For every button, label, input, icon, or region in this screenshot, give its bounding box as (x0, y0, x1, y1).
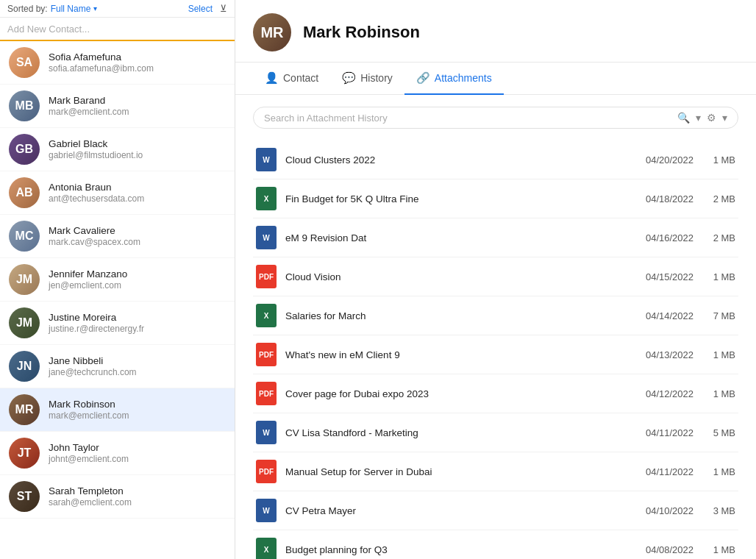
attachment-row[interactable]: W CV Lisa Standford - Marketing 04/11/20… (253, 413, 738, 452)
avatar: MR (9, 394, 40, 425)
file-name: Fin Budget for 5K Q Ultra Fine (285, 193, 618, 204)
contact-email: mark@emclient.com (49, 410, 226, 421)
file-date: 04/12/2022 (627, 388, 693, 399)
attachment-search-input[interactable] (264, 113, 671, 124)
file-date: 04/14/2022 (627, 310, 693, 321)
attachment-row[interactable]: X Salaries for March 04/14/2022 7 MB (253, 296, 738, 335)
avatar: MC (9, 221, 40, 252)
select-button[interactable]: Select (188, 4, 213, 14)
attachment-row[interactable]: PDF Cover page for Dubai expo 2023 04/12… (253, 374, 738, 413)
settings-icon[interactable]: ⚙ (707, 112, 716, 124)
contact-email: jen@emclient.com (49, 280, 226, 291)
file-size: 1 MB (702, 466, 735, 477)
attachment-row[interactable]: X Budget planning for Q3 04/08/2022 1 MB (253, 530, 738, 559)
contact-email: mark@emclient.com (49, 107, 226, 117)
avatar: GB (9, 134, 40, 165)
add-contact-input[interactable] (7, 24, 227, 35)
file-name: Manual Setup for Server in Dubai (285, 466, 618, 477)
contact-item[interactable]: AB Antonia Braun ant@techusersdata.com (0, 171, 235, 215)
contact-item[interactable]: JN Jane Nibbeli jane@techcrunch.com (0, 345, 235, 388)
profile-avatar: MR (253, 13, 291, 51)
contact-email: justine.r@directenergy.fr (49, 324, 226, 334)
file-size: 1 MB (702, 349, 735, 360)
file-size: 2 MB (702, 193, 735, 204)
file-name: eM 9 Revision Dat (285, 232, 618, 243)
tab-attachments[interactable]: 🔗 Attachments (404, 63, 504, 95)
profile-name: Mark Robinson (303, 23, 420, 42)
contact-item[interactable]: MB Mark Barand mark@emclient.com (0, 85, 235, 128)
file-type-icon: X (256, 304, 277, 327)
attachment-row[interactable]: PDF Cloud Vision 04/15/2022 1 MB (253, 257, 738, 296)
tab-contact[interactable]: 👤 Contact (253, 63, 330, 95)
avatar-initials: AB (15, 186, 32, 199)
contact-email: sarah@emclient.com (49, 497, 226, 508)
attachment-row[interactable]: W Cloud Clusters 2022 04/20/2022 1 MB (253, 140, 738, 179)
contact-email: gabriel@filmstudioent.io (49, 150, 226, 160)
attachment-row[interactable]: X Fin Budget for 5K Q Ultra Fine 04/18/2… (253, 179, 738, 218)
avatar: JN (9, 351, 40, 382)
file-name: Cover page for Dubai expo 2023 (285, 388, 618, 399)
attachment-row[interactable]: PDF What's new in eM Client 9 04/13/2022… (253, 335, 738, 374)
contact-name: Jane Nibbeli (49, 355, 226, 366)
contact-name: Jennifer Manzano (49, 268, 226, 280)
contact-item[interactable]: MR Mark Robinson mark@emclient.com (0, 388, 235, 432)
contact-item[interactable]: ST Sarah Templeton sarah@emclient.com (0, 475, 235, 519)
search-bar (0, 18, 235, 41)
contact-info: Justine Moreira justine.r@directenergy.f… (49, 312, 226, 334)
contact-item[interactable]: MC Mark Cavaliere mark.cav@spacex.com (0, 215, 235, 258)
attachment-row[interactable]: PDF Manual Setup for Server in Dubai 04/… (253, 452, 738, 491)
contact-name: Mark Barand (49, 95, 226, 106)
file-size: 1 MB (702, 271, 735, 282)
attachment-row[interactable]: W CV Petra Mayer 04/10/2022 3 MB (253, 491, 738, 530)
contact-info: Mark Robinson mark@emclient.com (49, 399, 226, 421)
sort-bar: Sorted by: Full Name ▾ Select ⊻ (0, 0, 235, 18)
file-name: What's new in eM Client 9 (285, 349, 618, 360)
contacts-list: SA Sofia Afamefuna sofia.afamefuna@ibm.c… (0, 41, 235, 559)
attachments-tab-icon: 🔗 (416, 71, 430, 85)
contact-info: Mark Cavaliere mark.cav@spacex.com (49, 225, 226, 247)
contact-item[interactable]: JM Jennifer Manzano jen@emclient.com (0, 258, 235, 302)
contact-name: John Taylor (49, 442, 226, 453)
contact-name: Gabriel Black (49, 138, 226, 149)
right-panel: MR Mark Robinson 👤 Contact 💬 History 🔗 A… (235, 0, 756, 559)
file-type-icon: W (256, 148, 277, 171)
profile-avatar-initials: MR (260, 24, 283, 41)
history-tab-label: History (360, 72, 393, 84)
file-size: 3 MB (702, 505, 735, 516)
sort-arrow-icon[interactable]: ▾ (93, 4, 97, 13)
file-type-icon: X (256, 187, 277, 210)
contact-item[interactable]: JM Justine Moreira justine.r@directenerg… (0, 302, 235, 345)
file-type-icon: PDF (256, 382, 277, 405)
avatar: SA (9, 47, 40, 78)
avatar: JM (9, 307, 40, 338)
avatar-initials: JM (16, 316, 32, 330)
file-date: 04/08/2022 (627, 544, 693, 555)
attachments-tab-label: Attachments (435, 72, 492, 84)
file-size: 1 MB (702, 388, 735, 399)
content-area: 🔍 ▾ ⚙ ▾ W Cloud Clusters 2022 04/20/2022… (235, 95, 756, 559)
search-icon[interactable]: 🔍 (677, 112, 690, 124)
file-name: Salaries for March (285, 310, 618, 321)
tabs: 👤 Contact 💬 History 🔗 Attachments (235, 63, 756, 95)
attachment-row[interactable]: W eM 9 Revision Dat 04/16/2022 2 MB (253, 218, 738, 257)
filter-icon[interactable]: ⊻ (220, 3, 227, 14)
file-date: 04/11/2022 (627, 466, 693, 477)
contact-item[interactable]: SA Sofia Afamefuna sofia.afamefuna@ibm.c… (0, 41, 235, 85)
contact-item[interactable]: GB Gabriel Black gabriel@filmstudioent.i… (0, 128, 235, 171)
history-tab-icon: 💬 (342, 71, 356, 85)
file-type-icon: W (256, 226, 277, 249)
avatar-initials: MR (15, 403, 34, 416)
contact-info: Gabriel Black gabriel@filmstudioent.io (49, 138, 226, 160)
file-type-icon: PDF (256, 343, 277, 366)
search-dropdown-icon[interactable]: ▾ (696, 112, 701, 124)
contact-info: John Taylor johnt@emclient.com (49, 442, 226, 464)
file-name: Budget planning for Q3 (285, 544, 618, 555)
contact-item[interactable]: JT John Taylor johnt@emclient.com (0, 432, 235, 475)
file-date: 04/18/2022 (627, 193, 693, 204)
settings-dropdown-icon[interactable]: ▾ (722, 112, 727, 124)
tab-history[interactable]: 💬 History (330, 63, 404, 95)
avatar: ST (9, 481, 40, 512)
avatar: AB (9, 177, 40, 208)
search-controls: 🔍 ▾ ⚙ ▾ (677, 112, 727, 124)
sort-field[interactable]: Full Name (51, 4, 91, 14)
